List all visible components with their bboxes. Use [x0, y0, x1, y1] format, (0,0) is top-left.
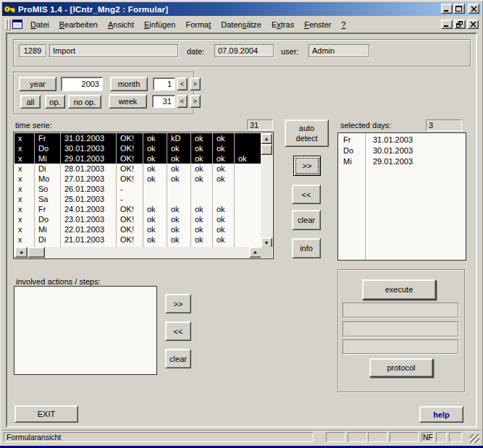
month-input[interactable]: 1 [153, 77, 175, 90]
run-status-field-1[interactable] [343, 303, 458, 318]
month-prev-button[interactable]: < [177, 77, 188, 90]
maximize-button[interactable] [453, 4, 465, 14]
close-button[interactable] [468, 4, 479, 14]
info-button[interactable]: info [292, 238, 321, 258]
time-serie-cell [191, 184, 213, 194]
time-serie-cell: ok [191, 224, 213, 234]
status-panel [326, 432, 345, 442]
time-serie-cell: ok [235, 153, 262, 164]
menu-item-ansicht[interactable]: Ansicht [103, 19, 139, 30]
selected-days-list[interactable]: Fr31.01.2003Do30.01.2003Mi29.01.2003 [337, 132, 466, 261]
time-serie-row[interactable]: xDo23.01.2003OK!okokokok [14, 214, 262, 224]
op-button[interactable]: op. [45, 95, 65, 109]
menu-item-datei[interactable]: Datei [25, 19, 54, 30]
month-button[interactable]: month [110, 77, 148, 91]
menu-item-extras[interactable]: Extras [266, 19, 299, 30]
remove-action-button[interactable]: << [165, 321, 191, 341]
close-icon [470, 21, 476, 28]
scroll-thumb[interactable] [261, 144, 272, 155]
date-field[interactable]: 07.09.2004 [214, 44, 274, 57]
time-serie-cell: ok [143, 143, 167, 153]
user-field[interactable]: Admin [308, 44, 369, 57]
scroll-up-button[interactable]: ▲ [261, 133, 272, 144]
year-button[interactable]: year [19, 77, 56, 91]
time-serie-row[interactable]: xFr31.01.2003OK!okkDokok [14, 133, 262, 143]
scroll-thumb[interactable] [28, 247, 45, 258]
menu-item-fenster[interactable]: Fenster [299, 19, 336, 30]
time-serie-cell: ok [143, 133, 167, 143]
form-system-icon[interactable] [12, 20, 22, 29]
time-serie-row[interactable]: xMi29.01.2003OK!okokokokok [14, 153, 262, 164]
resize-grip[interactable] [470, 434, 479, 443]
horizontal-scrollbar[interactable]: ◄ ► [14, 247, 262, 258]
menu-item-help[interactable]: ? [336, 19, 350, 30]
all-button[interactable]: all [20, 95, 41, 109]
menu-item-bearbeiten[interactable]: Bearbeiten [54, 19, 103, 30]
time-serie-cell: ok [213, 234, 235, 245]
clear-actions-button[interactable]: clear [165, 349, 191, 368]
month-next-button[interactable]: > [190, 77, 201, 90]
user-label: user: [281, 47, 298, 56]
mdi-restore-button[interactable] [454, 20, 466, 29]
run-status-field-3[interactable] [343, 339, 458, 354]
year-input[interactable]: 2003 [61, 77, 103, 91]
selected-day-row[interactable]: Do30.01.2003 [339, 145, 465, 156]
menu-item-datensätze[interactable]: Datensätze [216, 19, 266, 30]
protocol-button[interactable]: protocol [369, 358, 433, 377]
time-serie-cell: x [14, 204, 35, 214]
add-days-button[interactable]: >> [293, 156, 321, 176]
clear-days-button[interactable]: clear [292, 210, 321, 230]
selected-day-row[interactable]: Fr31.01.2003 [339, 135, 465, 145]
scroll-left-button[interactable]: ◄ [14, 247, 28, 258]
vertical-scrollbar[interactable]: ▲ ▼ [261, 133, 272, 248]
time-serie-cell: OK! [117, 234, 143, 245]
time-serie-cell [235, 204, 262, 214]
run-status-field-2[interactable] [343, 321, 458, 337]
time-serie-cell: x [14, 184, 35, 194]
execute-button[interactable]: execute [362, 279, 436, 300]
mdi-close-button[interactable] [467, 20, 479, 29]
time-serie-cell [143, 194, 167, 204]
title-bar[interactable]: ProMIS 1.4 - [ICntr_Mng2 : Formular] [2, 2, 481, 16]
time-serie-row[interactable]: xSo26.01.2003- [14, 184, 262, 194]
time-serie-row[interactable]: xSa25.01.2003- [14, 194, 262, 204]
menu-item-format[interactable]: Format [180, 19, 216, 30]
time-serie-cell: OK! [117, 224, 143, 234]
exit-button[interactable]: EXIT [14, 405, 78, 423]
week-input[interactable]: 31 [152, 95, 175, 108]
menu-item-einfügen[interactable]: Einfügen [139, 19, 180, 30]
time-serie-cell: x [14, 214, 35, 224]
time-serie-cell: ok [143, 224, 167, 234]
time-serie-row[interactable]: xDi21.01.2003OK!okokokok [14, 234, 262, 245]
toolbar-grip[interactable] [5, 19, 7, 30]
minimize-button[interactable] [441, 4, 453, 14]
time-serie-row[interactable]: xMi22.01.2003OK!okokokok [14, 224, 262, 234]
time-serie-cell: ok [213, 153, 235, 164]
time-serie-row[interactable]: xDi28.01.2003OK!okokokok [14, 164, 262, 174]
week-button[interactable]: week [109, 94, 147, 109]
time-serie-row[interactable]: xMo27.01.2003OK!okokokok [14, 174, 262, 184]
week-prev-button[interactable]: < [177, 95, 188, 108]
time-serie-cell: ok [191, 214, 213, 224]
no-op-button[interactable]: no op. [68, 95, 101, 109]
remove-days-button[interactable]: << [292, 185, 321, 204]
week-next-button[interactable]: > [190, 95, 201, 108]
help-button[interactable]: help [419, 406, 463, 423]
time-serie-cell: ok [143, 164, 167, 174]
auto-detect-button[interactable]: auto detect [285, 119, 329, 147]
time-serie-cell: Di [35, 164, 61, 174]
mdi-minimize-button[interactable] [441, 20, 453, 29]
add-action-button[interactable]: >> [165, 294, 191, 313]
time-serie-row[interactable]: xDo30.01.2003OK!okokokok [14, 143, 262, 153]
actions-list[interactable] [14, 286, 157, 375]
record-id-field[interactable]: 1289 [19, 44, 46, 57]
date-label: date: [187, 47, 204, 56]
time-serie-cell [235, 184, 262, 194]
toolbar-grip[interactable] [8, 19, 10, 30]
time-serie-cell: Fr [35, 204, 61, 214]
record-name-field[interactable]: Import [49, 44, 178, 57]
selected-day-row[interactable]: Mi29.01.2003 [339, 156, 465, 167]
time-serie-row[interactable]: xFr24.01.2003OK!okokokok [14, 204, 262, 214]
time-serie-table[interactable]: xFr31.01.2003OK!okkDokokxDo30.01.2003OK!… [13, 132, 274, 259]
time-serie-cell: OK! [117, 204, 143, 214]
